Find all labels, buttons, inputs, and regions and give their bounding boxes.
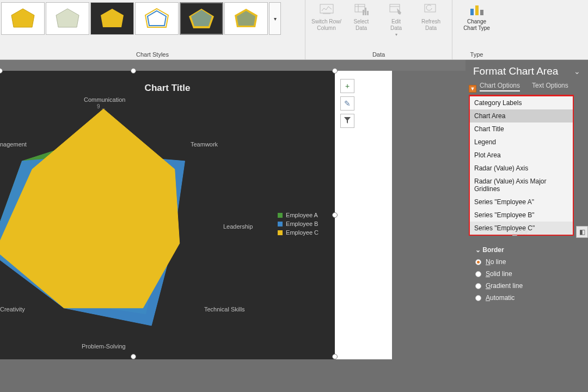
chart-quick-buttons: + ✎ bbox=[340, 79, 354, 128]
radio-icon bbox=[475, 259, 481, 265]
selection-handle[interactable] bbox=[332, 212, 338, 218]
chart-legend[interactable]: Employee A Employee B Employee C bbox=[278, 210, 318, 238]
border-gradient-line-option[interactable]: Gradient line bbox=[475, 282, 523, 290]
svg-rect-20 bbox=[475, 5, 479, 15]
fill-color-label: Color bbox=[512, 229, 528, 236]
radio-icon bbox=[475, 271, 481, 277]
fill-color-picker[interactable]: ◧ bbox=[576, 226, 588, 238]
legend-entry: Employee C bbox=[278, 229, 318, 236]
dropdown-item[interactable]: Series "Employee B" bbox=[470, 209, 573, 222]
paint-bucket-icon: ◧ bbox=[579, 228, 585, 236]
style-thumb-5[interactable] bbox=[180, 2, 223, 35]
tab-chart-options[interactable]: Chart Options bbox=[480, 82, 520, 91]
svg-marker-1 bbox=[56, 9, 79, 27]
chart-styles-group: ▾ Chart Styles bbox=[0, 0, 305, 59]
select-data-icon bbox=[354, 2, 369, 17]
select-data-button[interactable]: Select Data bbox=[345, 2, 378, 38]
selection-handle[interactable] bbox=[332, 68, 338, 74]
chart-plot-area[interactable]: Chart Title Communication 9 Teamwork Lea… bbox=[0, 71, 335, 359]
legend-swatch-icon bbox=[278, 222, 283, 226]
chart-object[interactable]: Chart Title Communication 9 Teamwork Lea… bbox=[0, 71, 392, 359]
style-thumb-3[interactable] bbox=[90, 2, 134, 35]
change-chart-type-button[interactable]: Change Chart Type bbox=[461, 2, 493, 32]
style-thumb-1[interactable] bbox=[1, 2, 45, 35]
svg-rect-15 bbox=[367, 11, 369, 15]
border-no-line-option[interactable]: No line bbox=[475, 258, 523, 266]
category-label: Problem-Solving bbox=[82, 343, 126, 350]
border-solid-line-option[interactable]: Solid line bbox=[475, 270, 523, 278]
svg-marker-6 bbox=[191, 10, 212, 26]
legend-swatch-icon bbox=[278, 230, 283, 235]
dropdown-arrow-icon: ▾ bbox=[395, 32, 397, 38]
svg-rect-21 bbox=[480, 10, 483, 15]
category-label: Communication bbox=[84, 96, 125, 103]
selection-handle[interactable] bbox=[131, 354, 136, 359]
chart-element-dropdown-arrow[interactable]: ▼ bbox=[469, 85, 476, 93]
svg-marker-2 bbox=[101, 9, 124, 27]
style-gallery-more[interactable]: ▾ bbox=[269, 2, 281, 35]
border-header[interactable]: ⌄ Border bbox=[475, 246, 523, 254]
chevron-down-icon[interactable]: ⌄ bbox=[574, 67, 580, 76]
category-label: Teamwork bbox=[191, 141, 218, 148]
type-group-label: Type bbox=[470, 51, 483, 59]
radio-icon bbox=[475, 295, 481, 301]
brush-icon: ✎ bbox=[344, 99, 351, 108]
switch-icon bbox=[319, 2, 334, 17]
refresh-data-button[interactable]: Refresh Data bbox=[415, 2, 448, 38]
dropdown-item[interactable]: Plot Area bbox=[470, 149, 573, 162]
data-group-label: Data bbox=[305, 51, 452, 59]
dropdown-item[interactable]: Chart Area bbox=[470, 109, 573, 122]
axis-tick-max: 9 bbox=[97, 103, 100, 109]
dropdown-item[interactable]: Chart Title bbox=[470, 122, 573, 136]
category-label: Creativity bbox=[0, 306, 25, 313]
format-chart-area-pane: Format Chart Area ⌄ ▼ Chart Options Text… bbox=[465, 60, 588, 392]
category-label: nagement bbox=[0, 141, 27, 148]
legend-entry: Employee B bbox=[278, 220, 318, 227]
selection-handle[interactable] bbox=[332, 354, 338, 359]
chart-type-icon bbox=[469, 2, 485, 17]
style-thumbnails: ▾ bbox=[0, 0, 305, 35]
dropdown-item[interactable]: Radar (Value) Axis bbox=[470, 162, 573, 175]
refresh-icon bbox=[424, 2, 439, 17]
edit-data-icon bbox=[389, 2, 404, 17]
dropdown-item[interactable]: Category Labels bbox=[470, 96, 573, 109]
plus-icon: + bbox=[345, 82, 350, 90]
svg-rect-14 bbox=[365, 8, 366, 15]
svg-rect-19 bbox=[470, 9, 474, 15]
tab-text-options[interactable]: Text Options bbox=[532, 82, 568, 91]
dropdown-item[interactable]: Legend bbox=[470, 136, 573, 149]
svg-marker-0 bbox=[11, 9, 34, 27]
type-group: Change Chart Type Type bbox=[452, 0, 501, 59]
selection-handle[interactable] bbox=[131, 68, 136, 74]
chart-element-dropdown[interactable]: Category Labels Chart Area Chart Title L… bbox=[469, 95, 574, 236]
legend-swatch-icon bbox=[278, 213, 283, 218]
style-thumb-2[interactable] bbox=[46, 2, 89, 35]
pane-tabs: Chart Options Text Options bbox=[465, 82, 588, 95]
svg-rect-13 bbox=[363, 10, 364, 15]
chart-styles-button[interactable]: ✎ bbox=[340, 96, 354, 111]
chart-filters-button[interactable] bbox=[340, 114, 354, 128]
svg-marker-4 bbox=[148, 11, 166, 26]
dropdown-item[interactable]: Radar (Value) Axis Major Gridlines bbox=[470, 175, 573, 195]
legend-entry: Employee A bbox=[278, 212, 318, 218]
data-group: Switch Row/ Column Select Data Edit Data… bbox=[305, 0, 452, 59]
category-label: Technical Skills bbox=[204, 306, 245, 313]
border-section: ⌄ Border No line Solid line Gradient lin… bbox=[475, 246, 523, 306]
dropdown-item[interactable]: Series "Employee A" bbox=[470, 195, 573, 209]
edit-data-button[interactable]: Edit Data ▾ bbox=[380, 2, 413, 38]
ribbon: ▾ Chart Styles Switch Row/ Column Select… bbox=[0, 0, 588, 60]
border-automatic-option[interactable]: Automatic bbox=[475, 294, 523, 302]
category-label: Leadership bbox=[223, 223, 253, 230]
funnel-icon bbox=[344, 117, 351, 126]
radio-icon bbox=[475, 283, 481, 289]
chart-elements-button[interactable]: + bbox=[340, 79, 354, 93]
chart-styles-label: Chart Styles bbox=[0, 51, 305, 59]
style-thumb-6[interactable] bbox=[224, 2, 268, 35]
style-thumb-4[interactable] bbox=[135, 2, 179, 35]
pane-title: Format Chart Area ⌄ bbox=[465, 60, 588, 82]
switch-row-column-button[interactable]: Switch Row/ Column bbox=[310, 2, 343, 38]
